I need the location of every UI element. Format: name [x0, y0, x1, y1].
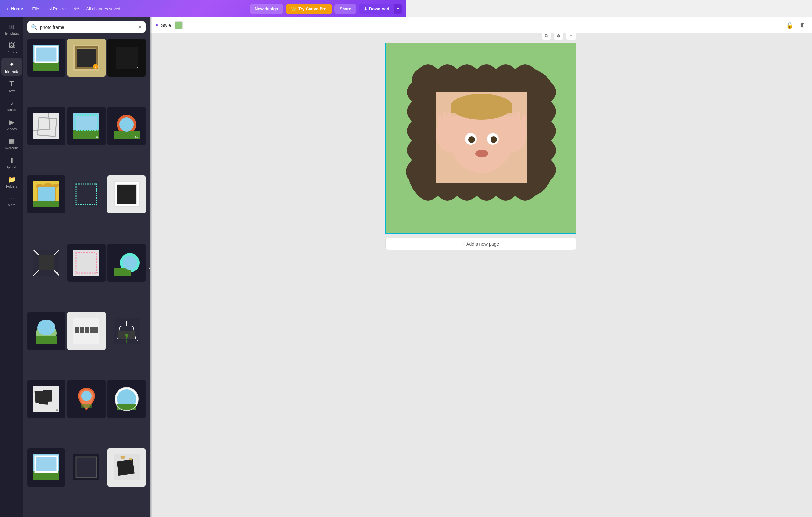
- canvas-area: ✦ Style 🔒 🗑 ⧉ ⊕ ＋: [150, 18, 406, 258]
- sidebar-item-folders[interactable]: 📁 Folders: [1, 173, 22, 191]
- clear-search-button[interactable]: ✕: [138, 24, 142, 30]
- top-nav: ‹ Home File ⇲ Resize ↩ All changes saved…: [0, 0, 406, 18]
- resize-icon: ⇲: [48, 6, 52, 11]
- elements-icon: ✦: [9, 61, 14, 69]
- svg-text:♛: ♛: [94, 65, 97, 69]
- saved-status: All changes saved: [86, 6, 120, 11]
- list-item[interactable]: £: [67, 175, 106, 214]
- sidebar-item-label: Bkground: [5, 146, 19, 150]
- svg-rect-2: [36, 47, 57, 61]
- home-label: Home: [11, 6, 23, 11]
- svg-rect-83: [386, 44, 406, 234]
- canvas-scroll[interactable]: ⧉ ⊕ ＋: [150, 33, 406, 258]
- svg-rect-5: [77, 49, 95, 67]
- undo-button[interactable]: ↩: [71, 3, 82, 14]
- try-pro-button[interactable]: 👑 Try Canva Pro: [286, 4, 331, 14]
- file-button[interactable]: File: [29, 4, 42, 13]
- list-item[interactable]: £: [108, 175, 146, 214]
- sidebar-item-photos[interactable]: 🖼 Photos: [1, 39, 22, 57]
- search-panel: 🔍 ✕ ♛: [23, 18, 150, 258]
- svg-rect-10: [116, 47, 138, 69]
- frames-grid: ♛ £: [23, 36, 150, 258]
- canvas-wrapper: ⧉ ⊕ ＋: [385, 43, 406, 254]
- templates-icon: ⊞: [9, 23, 14, 30]
- list-item[interactable]: [27, 107, 65, 145]
- videos-icon: ▶: [9, 118, 14, 126]
- search-bar: 🔍 ✕: [23, 18, 150, 36]
- secondary-toolbar: ✦ Style 🔒 🗑: [150, 18, 406, 33]
- crown-icon: 👑: [291, 6, 296, 11]
- svg-rect-25: [38, 187, 55, 202]
- sidebar-item-label: Folders: [6, 185, 17, 188]
- sidebar-item-background[interactable]: ▦ Bkground: [1, 135, 22, 153]
- list-item[interactable]: £: [108, 38, 146, 77]
- list-item[interactable]: £: [67, 107, 106, 145]
- resize-button[interactable]: ⇲ Resize: [45, 4, 69, 13]
- share-button[interactable]: Share: [335, 4, 356, 14]
- add-page-button[interactable]: + Add a new page: [385, 238, 406, 250]
- list-item[interactable]: [27, 38, 65, 77]
- download-icon: ⬇: [364, 6, 367, 11]
- sidebar: ⊞ Templates 🖼 Photos ✦ Elements T Text ♪…: [0, 18, 23, 258]
- photos-icon: 🖼: [8, 42, 15, 49]
- sidebar-item-label: Music: [7, 108, 16, 112]
- sidebar-item-label: Text: [9, 89, 14, 93]
- text-icon: T: [9, 80, 13, 88]
- search-input[interactable]: [40, 25, 135, 30]
- download-button[interactable]: ⬇ Download: [359, 4, 394, 14]
- list-item[interactable]: ♛: [67, 38, 106, 77]
- sidebar-item-more[interactable]: ··· More: [1, 192, 22, 210]
- search-icon: 🔍: [31, 24, 37, 30]
- sidebar-item-videos[interactable]: ▶ Videos: [1, 116, 22, 133]
- list-item[interactable]: [27, 175, 65, 214]
- sidebar-item-label: Elements: [5, 70, 19, 73]
- sparkle-icon: ✦: [155, 22, 159, 28]
- home-button[interactable]: ‹ Home: [4, 4, 27, 13]
- style-label: ✦ Style: [155, 22, 171, 28]
- list-item[interactable]: £: [27, 244, 65, 258]
- music-icon: ♪: [10, 100, 13, 107]
- list-item[interactable]: £?: [108, 107, 146, 145]
- sidebar-item-elements[interactable]: ✦ Elements: [1, 58, 22, 76]
- list-item[interactable]: [108, 244, 146, 258]
- more-icon: ···: [9, 195, 14, 202]
- svg-text:£: £: [96, 135, 98, 138]
- chevron-down-icon: ▾: [397, 6, 399, 11]
- chevron-left-icon: ‹: [7, 6, 9, 11]
- svg-rect-17: [76, 116, 97, 130]
- svg-text:£?: £?: [135, 135, 138, 138]
- color-swatch[interactable]: [175, 21, 183, 29]
- canvas-frame[interactable]: ↻: [385, 43, 406, 234]
- svg-text:£: £: [137, 67, 138, 70]
- svg-text:£: £: [96, 203, 98, 207]
- sidebar-item-label: Uploads: [6, 166, 18, 169]
- sidebar-item-label: Videos: [7, 127, 17, 131]
- sidebar-item-label: Photos: [6, 51, 17, 54]
- sidebar-item-music[interactable]: ♪ Music: [1, 97, 22, 114]
- list-item[interactable]: £: [67, 244, 106, 258]
- svg-text:£: £: [137, 203, 138, 207]
- uploads-icon: ⬆: [9, 157, 14, 164]
- download-group: ⬇ Download ▾: [359, 4, 402, 14]
- svg-rect-41: [74, 250, 99, 258]
- new-design-button[interactable]: New design: [250, 4, 283, 14]
- sidebar-item-label: More: [8, 203, 16, 207]
- sidebar-item-text[interactable]: T Text: [1, 77, 22, 96]
- background-icon: ▦: [9, 137, 15, 145]
- download-chevron-button[interactable]: ▾: [394, 4, 402, 14]
- sidebar-item-uploads[interactable]: ⬆ Uploads: [1, 154, 22, 172]
- sidebar-item-templates[interactable]: ⊞ Templates: [1, 20, 22, 38]
- sidebar-item-label: Templates: [4, 32, 19, 35]
- svg-rect-16: [74, 130, 99, 139]
- folders-icon: 📁: [8, 175, 16, 183]
- svg-rect-27: [74, 182, 99, 207]
- svg-rect-31: [117, 185, 136, 204]
- hide-panel-button[interactable]: ‹: [146, 18, 152, 258]
- svg-rect-35: [38, 255, 54, 258]
- svg-point-22: [119, 117, 134, 132]
- search-input-wrap: 🔍 ✕: [27, 21, 146, 33]
- svg-rect-26: [33, 201, 59, 207]
